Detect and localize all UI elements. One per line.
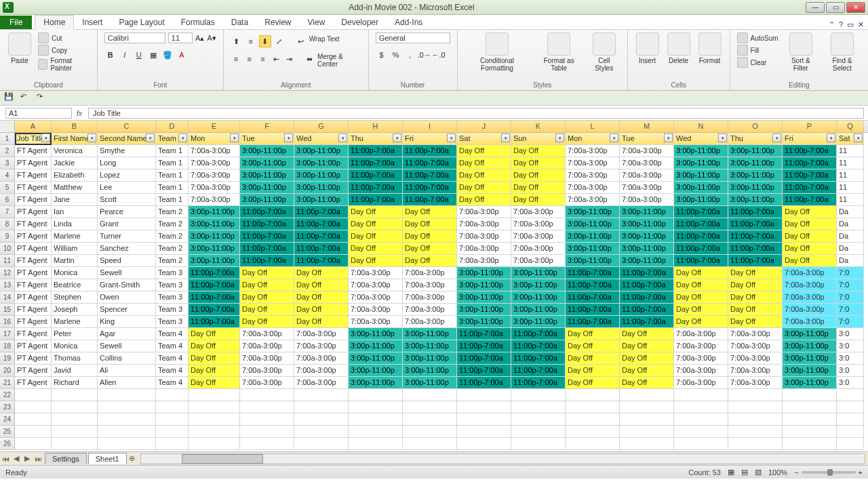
cell[interactable]: Day Off (240, 267, 294, 279)
cell[interactable]: 3:00p-11:00p (189, 255, 240, 267)
cell[interactable]: 7:00a-3:00p (566, 169, 620, 182)
cell[interactable] (15, 426, 52, 438)
filter-header-cell[interactable]: Second Name▾ (98, 133, 156, 145)
format-cells-button[interactable]: Format (697, 33, 723, 64)
cell[interactable]: Day Off (566, 340, 620, 352)
column-header-C[interactable]: C (98, 121, 156, 132)
cell[interactable]: 7:00a-3:00p (783, 291, 837, 304)
cell[interactable]: 3:00p-11:00p (620, 230, 674, 243)
cell[interactable]: PT Agent (15, 352, 52, 365)
cell[interactable]: 3:00p-11:00p (728, 157, 783, 169)
align-middle-button[interactable]: ≡ (245, 35, 257, 47)
window-close-icon[interactable]: ✕ (858, 20, 864, 29)
wrap-text-button[interactable]: ↩ (295, 35, 307, 47)
cell[interactable]: 3:00p-11:00p (189, 206, 240, 218)
cell[interactable]: 3:00p-11:00p (349, 352, 403, 365)
row-header[interactable]: 7 (0, 206, 15, 218)
filter-dropdown-icon[interactable]: ▾ (610, 134, 618, 142)
cell[interactable]: 7:00a-3:00p (620, 145, 674, 157)
row-header[interactable]: 14 (0, 291, 15, 304)
cell[interactable]: 3:00p-11:00p (349, 328, 403, 340)
column-header-O[interactable]: O (728, 121, 783, 132)
minimize-button[interactable]: — (806, 2, 825, 13)
cell[interactable]: 3:00p-11:00p (566, 243, 620, 255)
align-top-button[interactable]: ⬆ (231, 35, 243, 47)
cell[interactable]: 7:00a-3:00p (457, 206, 511, 218)
cell[interactable] (783, 389, 837, 401)
cell[interactable]: Day Off (294, 267, 349, 279)
cell[interactable]: Da (837, 218, 864, 230)
cell[interactable] (674, 426, 728, 438)
cell[interactable]: 11:00p-7:00a (674, 230, 728, 243)
cell[interactable]: 3:00p-11:00p (403, 365, 457, 377)
decrease-decimal-button[interactable]: ←.0 (433, 49, 445, 61)
filter-dropdown-icon[interactable]: ▾ (854, 134, 863, 142)
cell[interactable]: Day Off (294, 316, 349, 328)
cell[interactable]: Sewell (98, 267, 156, 279)
cell[interactable]: Day Off (783, 206, 837, 218)
cell[interactable] (189, 426, 240, 438)
cell[interactable]: 7:00a-3:00p (349, 267, 403, 279)
bold-button[interactable]: B (104, 49, 117, 61)
cell[interactable]: Team 4 (156, 352, 189, 365)
cell[interactable]: 7:00a-3:00p (783, 316, 837, 328)
cell[interactable]: 7:00a-3:00p (294, 352, 349, 365)
cell[interactable]: 11:00p-7:00a (674, 255, 728, 267)
cell[interactable]: 7:00a-3:00p (728, 328, 783, 340)
cell[interactable]: PT Agent (15, 243, 52, 255)
cell[interactable]: 7:00a-3:00p (189, 145, 240, 157)
cell[interactable]: Day Off (457, 157, 511, 169)
cell[interactable]: Grant (98, 218, 156, 230)
cell[interactable]: Day Off (566, 365, 620, 377)
currency-button[interactable]: $ (376, 49, 388, 61)
cell[interactable]: 11:00p-7:00a (783, 169, 837, 182)
cell[interactable]: Day Off (620, 340, 674, 352)
cell[interactable]: 3:00p-11:00p (403, 340, 457, 352)
column-header-A[interactable]: A (15, 121, 52, 132)
cell[interactable]: 3:00p-11:00p (294, 182, 349, 194)
cell[interactable] (240, 401, 294, 413)
ribbon-tab-page-layout[interactable]: Page Layout (111, 16, 172, 29)
cell[interactable] (674, 413, 728, 426)
cell[interactable]: PT Agent (15, 365, 52, 377)
cell[interactable]: Day Off (189, 340, 240, 352)
cell[interactable]: FT Agent (15, 377, 52, 389)
cell[interactable]: 7:00a-3:00p (240, 340, 294, 352)
cell[interactable]: 7:00a-3:00p (728, 340, 783, 352)
ribbon-tab-home[interactable]: Home (35, 15, 74, 30)
number-format-select[interactable]: General (376, 33, 450, 43)
column-header-E[interactable]: E (189, 121, 240, 132)
cell[interactable]: 7:00a-3:00p (674, 328, 728, 340)
cell[interactable]: 7:00a-3:00p (566, 182, 620, 194)
cell[interactable]: 3:00p-11:00p (403, 328, 457, 340)
name-box[interactable]: A1 (5, 108, 72, 119)
ribbon-tab-insert[interactable]: Insert (74, 16, 111, 29)
cell[interactable]: 3:00p-11:00p (620, 255, 674, 267)
cell[interactable]: Day Off (189, 365, 240, 377)
cell[interactable]: 7:00a-3:00p (189, 194, 240, 206)
cell[interactable]: Day Off (728, 291, 783, 304)
cell[interactable]: 3:00p-11:00p (511, 304, 566, 316)
cell[interactable]: PT Agent (15, 157, 52, 169)
cell[interactable] (156, 389, 189, 401)
formula-input[interactable]: Job Title (88, 108, 864, 119)
cell[interactable]: 3:00p-11:00p (457, 316, 511, 328)
cell[interactable]: 11:00p-7:00a (189, 291, 240, 304)
cell[interactable]: Allen (98, 377, 156, 389)
cell[interactable]: 3:00p-11:00p (566, 206, 620, 218)
cell[interactable]: 3:00p-11:00p (674, 182, 728, 194)
cell[interactable]: Team 4 (156, 377, 189, 389)
cell[interactable]: 11:00p-7:00a (783, 182, 837, 194)
cell[interactable] (783, 413, 837, 426)
cell[interactable]: Team 2 (156, 255, 189, 267)
cell[interactable]: 7:0 (837, 279, 864, 291)
fill-button[interactable]: Fill (737, 45, 778, 56)
cell[interactable]: Team 1 (156, 169, 189, 182)
cell[interactable]: King (98, 316, 156, 328)
cell[interactable]: 11:00p-7:00a (189, 304, 240, 316)
cell[interactable] (403, 426, 457, 438)
cell[interactable]: 7:00a-3:00p (294, 365, 349, 377)
row-header[interactable]: 12 (0, 267, 15, 279)
align-left-button[interactable]: ≡ (231, 53, 242, 65)
row-header[interactable]: 16 (0, 316, 15, 328)
